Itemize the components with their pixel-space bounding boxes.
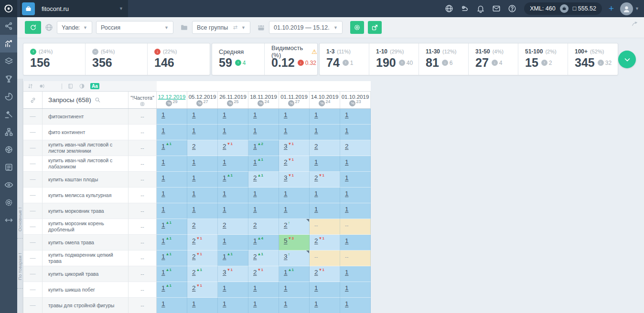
position-cell[interactable]: 1 [157, 298, 187, 313]
position-cell[interactable]: 1 [340, 266, 371, 282]
sidebar-item-positions[interactable] [0, 35, 17, 52]
contrast-icon[interactable] [79, 83, 85, 89]
position-cell[interactable]: 1 [248, 298, 279, 313]
sidebar-item-resize[interactable] [0, 211, 17, 229]
position-cell[interactable]: 1 [218, 298, 248, 313]
sidebar-item-eye[interactable] [0, 176, 17, 194]
position-cell[interactable]: 1 [187, 188, 218, 203]
position-cell[interactable]: 1 [340, 109, 371, 125]
date-column-header[interactable]: 14.10.2019%24 [310, 92, 340, 108]
position-cell[interactable]: 2▼1 [310, 235, 340, 250]
date-column-header[interactable]: 01.10.2019%23 [340, 92, 371, 108]
collapse-summary-button[interactable] [618, 51, 636, 68]
row-drag-handle[interactable]: — [23, 282, 43, 298]
position-cell[interactable]: 3↑ [279, 250, 310, 266]
position-cell[interactable]: 2 [187, 219, 218, 235]
position-cell[interactable]: 1 [340, 282, 371, 298]
position-cell[interactable]: 3▼1 [218, 266, 248, 282]
position-cell[interactable]: 1 [157, 188, 187, 203]
range-51-100-cell[interactable]: 51-100(2%)15↑2 [518, 43, 568, 75]
keyword-cell[interactable]: травы для стройной фигуры [43, 298, 129, 313]
position-cell[interactable]: 1 [187, 203, 218, 219]
position-cell[interactable]: 2▲1 [248, 250, 279, 266]
sidebar-item-network[interactable] [0, 17, 17, 35]
row-drag-handle[interactable]: — [23, 250, 43, 266]
position-cell[interactable]: 1▲1 [157, 266, 187, 282]
radio-icon[interactable] [39, 83, 45, 89]
position-cell[interactable]: 1 [279, 298, 310, 313]
position-cell[interactable]: 2▼1 [187, 250, 218, 266]
search-icon[interactable] [95, 97, 101, 103]
position-cell[interactable]: 1 [248, 125, 279, 140]
add-funds-button[interactable]: + [609, 3, 614, 14]
keyword-cell[interactable]: купить подмаренник цепкий трава [43, 250, 129, 266]
position-cell[interactable]: 2▼1 [187, 282, 218, 298]
keyword-cell[interactable]: купить морковник трава [43, 203, 129, 219]
position-cell[interactable]: 2 [340, 140, 371, 156]
help-icon[interactable] [508, 4, 516, 13]
sidebar-item-gavel[interactable] [0, 105, 17, 123]
position-cell[interactable]: 1 [157, 156, 187, 172]
searcher-select[interactable]: Yandex▼ [57, 21, 92, 34]
position-cell[interactable]: 2▼1 [248, 266, 279, 282]
position-cell[interactable]: 1 [187, 172, 218, 188]
row-drag-handle[interactable]: — [23, 125, 43, 140]
row-drag-handle[interactable]: — [23, 109, 43, 125]
position-cell[interactable]: 2▲1 [248, 172, 279, 188]
keyword-cell[interactable]: купить иван-чай листовой с листом землян… [43, 140, 129, 156]
row-drag-handle[interactable]: — [23, 219, 43, 235]
pin-arrow-icon[interactable] [632, 20, 638, 27]
sidebar-item-trophy[interactable] [0, 70, 17, 88]
position-cell[interactable]: 1 [340, 188, 371, 203]
position-cell[interactable]: 1 [218, 109, 248, 125]
export-button[interactable] [368, 21, 382, 34]
position-cell[interactable]: 1 [279, 109, 310, 125]
position-cell[interactable]: 1 [248, 203, 279, 219]
position-cell[interactable]: 1 [310, 109, 340, 125]
position-cell[interactable]: 2▼1 [279, 156, 310, 172]
position-cell[interactable]: 1 [248, 188, 279, 203]
bell-icon[interactable] [476, 4, 485, 13]
range-1-3-cell[interactable]: 1-3(11%)74↑1 [320, 43, 369, 75]
account-pill[interactable]: XML: 460 □ 555.52 [524, 2, 602, 15]
position-cell[interactable]: 1 [218, 203, 248, 219]
position-cell[interactable]: 1▲1 [157, 250, 187, 266]
date-column-header[interactable]: 05.12.2019%27 [187, 92, 218, 108]
book-icon[interactable] [67, 83, 74, 89]
position-cell[interactable]: 1▲1 [218, 250, 248, 266]
position-cell[interactable]: 1 [248, 109, 279, 125]
position-cell[interactable]: 1 [218, 282, 248, 298]
position-cell[interactable]: 1 [218, 125, 248, 140]
range-31-50-cell[interactable]: 31-50(4%)27↓4 [469, 43, 518, 75]
position-cell[interactable]: 1 [187, 156, 218, 172]
project-selector[interactable]: fitocont.ru ▼ [20, 0, 128, 17]
position-cell[interactable]: 2↑ [279, 219, 310, 235]
position-cell[interactable]: 1 [310, 203, 340, 219]
position-cell[interactable]: 1▲1 [157, 219, 187, 235]
keyword-cell[interactable]: купить омела трава [43, 235, 129, 250]
case-badge[interactable]: Aa [90, 83, 99, 89]
groups-select[interactable]: Все группы⇄▼ [192, 21, 250, 34]
sidebar-item-news[interactable] [0, 158, 17, 176]
sidebar-item-layers[interactable] [0, 52, 17, 70]
position-cell[interactable]: 1 [248, 282, 279, 298]
visibility-cell[interactable]: Видимость (%)⚠0.12↓0.32 [265, 43, 317, 75]
position-cell[interactable]: 2 [248, 219, 279, 235]
row-drag-handle[interactable]: — [23, 266, 43, 282]
position-cell[interactable]: 1▲1 [279, 266, 310, 282]
movers-up-cell[interactable]: ↑(24%)156 [23, 43, 86, 75]
sidebar-item-wheel[interactable] [0, 141, 17, 158]
range-1-10-cell[interactable]: 1-10(29%)190↑40 [369, 43, 419, 75]
date-column-header[interactable]: 26.11.2019%25 [218, 92, 248, 108]
position-cell[interactable]: 1 [157, 172, 187, 188]
range-11-30-cell[interactable]: 11-30(12%)81↓6 [419, 43, 469, 75]
movers-down-cell[interactable]: ↓(22%)146 [148, 43, 210, 75]
position-cell[interactable]: 1 [310, 188, 340, 203]
region-select[interactable]: Россия▼ [96, 21, 173, 34]
position-cell[interactable]: 1 [279, 188, 310, 203]
sidebar-item-sitemap[interactable] [0, 123, 17, 141]
position-cell[interactable]: 2▼1 [310, 266, 340, 282]
keyword-cell[interactable]: фитоконтинент [43, 109, 129, 125]
position-cell[interactable]: 1 [340, 156, 371, 172]
settings-button[interactable] [350, 21, 364, 34]
